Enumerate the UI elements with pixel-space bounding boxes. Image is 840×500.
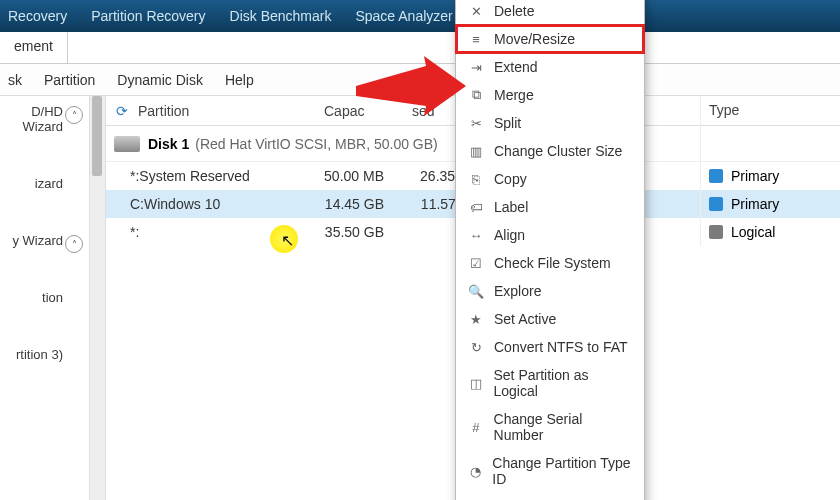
partition-capacity: 14.45 GB (320, 196, 408, 212)
menu-item-label: Extend (494, 59, 538, 75)
toolbar-item-disk-benchmark[interactable]: Disk Benchmark (230, 8, 332, 24)
partition-capacity: 35.50 GB (320, 224, 408, 240)
menu-item-label: Change Serial Number (494, 411, 632, 443)
context-menu-item-set-active[interactable]: ★Set Active (456, 305, 644, 333)
context-menu-item-change-serial-number[interactable]: #Change Serial Number (456, 405, 644, 449)
sidebar-scrollbar[interactable] (90, 96, 106, 500)
sidebar-item-partition[interactable]: tion (42, 290, 63, 305)
top-toolbar: Recovery Partition Recovery Disk Benchma… (0, 0, 840, 32)
partition-capacity: 50.00 MB (320, 168, 408, 184)
context-menu-item-convert-ntfs-to-fat[interactable]: ↻Convert NTFS to FAT (456, 333, 644, 361)
menu-item-label: Align (494, 227, 525, 243)
tab-management[interactable]: ement (0, 32, 68, 63)
menu-item-label: Set Partition as Logical (493, 367, 632, 399)
menu-item-label: Delete (494, 3, 534, 19)
partition-name: *: (106, 224, 320, 240)
type-cell: Primary (701, 190, 840, 218)
partition-color-icon (709, 225, 723, 239)
menu-item-icon: ↻ (468, 340, 484, 355)
wizard-sidebar: D/HD Wizard˄ izard y Wizard˄ tion rtitio… (0, 96, 90, 500)
menu-disk[interactable]: sk (8, 72, 22, 88)
col-type[interactable]: Type (701, 96, 840, 126)
menu-item-label: Change Cluster Size (494, 143, 622, 159)
menu-item-icon: ★ (468, 312, 484, 327)
toolbar-item-partition-recovery[interactable]: Partition Recovery (91, 8, 205, 24)
toolbar-item-space-analyzer[interactable]: Space Analyzer (355, 8, 452, 24)
col-partition[interactable]: Partition (138, 103, 324, 119)
menu-item-label: Set Active (494, 311, 556, 327)
menu-item-icon: ≡ (468, 32, 484, 47)
context-menu-item-split[interactable]: ✂Split (456, 109, 644, 137)
menu-item-label: Move/Resize (494, 31, 575, 47)
menu-item-label: Change Partition Type ID (492, 455, 632, 487)
partition-name: C:Windows 10 (106, 196, 320, 212)
toolbar-item-recovery[interactable]: Recovery (8, 8, 67, 24)
disk-name: Disk 1 (148, 136, 189, 152)
menu-item-icon: ⎘ (468, 172, 484, 187)
menu-item-icon: ↔ (468, 228, 484, 243)
type-column: Type Primary Primary Logical (700, 96, 840, 246)
menu-item-icon: ✕ (468, 4, 484, 19)
context-menu-item-explore[interactable]: 🔍Explore (456, 277, 644, 305)
menu-item-icon: # (468, 420, 484, 435)
menu-partition[interactable]: Partition (44, 72, 95, 88)
partition-color-icon (709, 197, 723, 211)
partition-name: *:System Reserved (106, 168, 320, 184)
menu-item-icon: ◔ (468, 464, 482, 479)
menu-item-icon: 🏷 (468, 200, 484, 215)
sidebar-item-wizard-2[interactable]: izard (35, 176, 63, 191)
sidebar-item-partition-3[interactable]: rtition 3) (16, 347, 63, 362)
type-cell: Primary (701, 162, 840, 190)
context-menu-item-change-cluster-size[interactable]: ▥Change Cluster Size (456, 137, 644, 165)
context-menu-item-copy[interactable]: ⎘Copy (456, 165, 644, 193)
workspace: D/HD Wizard˄ izard y Wizard˄ tion rtitio… (0, 96, 840, 500)
sidebar-item-copy-wizard[interactable]: y Wizard (12, 233, 63, 248)
context-menu-item-merge[interactable]: ⧉Merge (456, 81, 644, 109)
menu-item-icon: ⇥ (468, 60, 484, 75)
context-menu-item-change-partition-type-id[interactable]: ◔Change Partition Type ID (456, 449, 644, 493)
menu-item-label: Merge (494, 87, 534, 103)
menu-help[interactable]: Help (225, 72, 254, 88)
chevron-up-icon[interactable]: ˄ (65, 235, 83, 253)
sidebar-item-hd-wizard[interactable]: D/HD Wizard (23, 104, 63, 134)
context-menu: ✕Delete≡Move/Resize⇥Extend⧉Merge✂Split▥C… (455, 0, 645, 500)
context-menu-item-move-resize[interactable]: ≡Move/Resize (456, 25, 644, 53)
context-menu-item-align[interactable]: ↔Align (456, 221, 644, 249)
menu-item-label: Check File System (494, 255, 611, 271)
menu-item-icon: ☑ (468, 256, 484, 271)
partition-color-icon (709, 169, 723, 183)
menu-item-icon: ▥ (468, 144, 484, 159)
col-capacity[interactable]: Capac (324, 103, 412, 119)
menu-item-icon: ✂ (468, 116, 484, 131)
disk-icon (114, 136, 140, 152)
menu-item-label: Copy (494, 171, 527, 187)
menu-item-icon: 🔍 (468, 284, 484, 299)
context-menu-item-check-file-system[interactable]: ☑Check File System (456, 249, 644, 277)
menu-item-label: Label (494, 199, 528, 215)
scrollbar-thumb[interactable] (92, 96, 102, 176)
context-menu-item-set-partition-as-logical[interactable]: ◫Set Partition as Logical (456, 361, 644, 405)
menu-item-icon: ◫ (468, 376, 483, 391)
chevron-up-icon[interactable]: ˄ (65, 106, 83, 124)
menu-item-label: Convert NTFS to FAT (494, 339, 628, 355)
context-menu-item-delete[interactable]: ✕Delete (456, 0, 644, 25)
context-menu-item-extend[interactable]: ⇥Extend (456, 53, 644, 81)
menu-bar: sk Partition Dynamic Disk Help (0, 64, 840, 96)
tab-strip: ement (0, 32, 840, 64)
menu-item-label: Explore (494, 283, 541, 299)
context-menu-item-label[interactable]: 🏷Label (456, 193, 644, 221)
menu-item-label: Split (494, 115, 521, 131)
refresh-icon[interactable]: ⟳ (112, 101, 132, 121)
menu-item-icon: ⧉ (468, 87, 484, 103)
context-menu-item-surface-test[interactable]: ◉Surface Test (456, 493, 644, 500)
disk-meta: (Red Hat VirtIO SCSI, MBR, 50.00 GB) (195, 136, 437, 152)
menu-dynamic-disk[interactable]: Dynamic Disk (117, 72, 203, 88)
type-cell: Logical (701, 218, 840, 246)
